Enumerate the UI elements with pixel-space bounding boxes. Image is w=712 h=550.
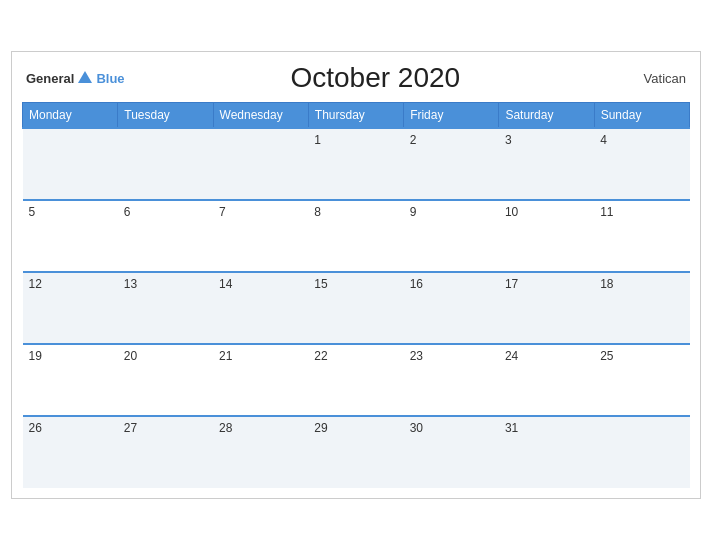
svg-marker-0 — [78, 71, 92, 83]
day-number: 11 — [600, 205, 613, 219]
calendar-day-cell: 20 — [118, 344, 213, 416]
day-number: 22 — [314, 349, 327, 363]
day-number: 10 — [505, 205, 518, 219]
day-number: 23 — [410, 349, 423, 363]
day-number: 16 — [410, 277, 423, 291]
calendar-week-row: 567891011 — [23, 200, 690, 272]
calendar-day-cell: 7 — [213, 200, 308, 272]
calendar-day-cell: 13 — [118, 272, 213, 344]
day-number: 8 — [314, 205, 321, 219]
calendar-day-cell: 6 — [118, 200, 213, 272]
day-number: 29 — [314, 421, 327, 435]
day-number: 26 — [29, 421, 42, 435]
calendar-day-cell: 31 — [499, 416, 594, 488]
day-number: 17 — [505, 277, 518, 291]
calendar-day-cell: 30 — [404, 416, 499, 488]
header-sunday: Sunday — [594, 103, 689, 129]
calendar-day-cell — [23, 128, 118, 200]
calendar-day-cell: 22 — [308, 344, 403, 416]
header-thursday: Thursday — [308, 103, 403, 129]
calendar-day-cell: 21 — [213, 344, 308, 416]
calendar-day-cell: 19 — [23, 344, 118, 416]
calendar-day-cell: 25 — [594, 344, 689, 416]
logo-icon — [76, 69, 94, 87]
day-number: 25 — [600, 349, 613, 363]
header-saturday: Saturday — [499, 103, 594, 129]
day-number: 31 — [505, 421, 518, 435]
calendar-day-cell — [213, 128, 308, 200]
weekday-header-row: Monday Tuesday Wednesday Thursday Friday… — [23, 103, 690, 129]
logo-general-text: General — [26, 71, 74, 86]
calendar-day-cell: 26 — [23, 416, 118, 488]
calendar-day-cell: 14 — [213, 272, 308, 344]
calendar-day-cell: 15 — [308, 272, 403, 344]
day-number: 2 — [410, 133, 417, 147]
calendar-day-cell: 17 — [499, 272, 594, 344]
day-number: 9 — [410, 205, 417, 219]
day-number: 21 — [219, 349, 232, 363]
calendar-week-row: 262728293031 — [23, 416, 690, 488]
calendar-day-cell — [594, 416, 689, 488]
calendar-grid: Monday Tuesday Wednesday Thursday Friday… — [22, 102, 690, 488]
calendar-day-cell: 29 — [308, 416, 403, 488]
header-monday: Monday — [23, 103, 118, 129]
day-number: 12 — [29, 277, 42, 291]
calendar-day-cell: 3 — [499, 128, 594, 200]
calendar-day-cell: 8 — [308, 200, 403, 272]
day-number: 18 — [600, 277, 613, 291]
header-wednesday: Wednesday — [213, 103, 308, 129]
calendar-day-cell: 4 — [594, 128, 689, 200]
calendar-day-cell: 1 — [308, 128, 403, 200]
calendar-region: Vatican — [626, 71, 686, 86]
day-number: 20 — [124, 349, 137, 363]
calendar-day-cell: 16 — [404, 272, 499, 344]
calendar-title: October 2020 — [125, 62, 626, 94]
day-number: 27 — [124, 421, 137, 435]
calendar-day-cell: 2 — [404, 128, 499, 200]
logo-blue-text: Blue — [96, 71, 124, 86]
header-tuesday: Tuesday — [118, 103, 213, 129]
day-number: 28 — [219, 421, 232, 435]
day-number: 6 — [124, 205, 131, 219]
day-number: 19 — [29, 349, 42, 363]
calendar-week-row: 12131415161718 — [23, 272, 690, 344]
day-number: 4 — [600, 133, 607, 147]
calendar-day-cell: 28 — [213, 416, 308, 488]
calendar-day-cell: 12 — [23, 272, 118, 344]
calendar-week-row: 19202122232425 — [23, 344, 690, 416]
logo: General Blue — [26, 69, 125, 87]
day-number: 24 — [505, 349, 518, 363]
day-number: 30 — [410, 421, 423, 435]
calendar-day-cell: 24 — [499, 344, 594, 416]
calendar-container: General Blue October 2020 Vatican Monday… — [11, 51, 701, 499]
day-number: 7 — [219, 205, 226, 219]
calendar-week-row: 1234 — [23, 128, 690, 200]
day-number: 3 — [505, 133, 512, 147]
day-number: 5 — [29, 205, 36, 219]
calendar-day-cell: 5 — [23, 200, 118, 272]
header-friday: Friday — [404, 103, 499, 129]
calendar-day-cell: 10 — [499, 200, 594, 272]
day-number: 15 — [314, 277, 327, 291]
calendar-day-cell: 18 — [594, 272, 689, 344]
calendar-day-cell: 23 — [404, 344, 499, 416]
calendar-day-cell — [118, 128, 213, 200]
calendar-header: General Blue October 2020 Vatican — [22, 62, 690, 94]
calendar-day-cell: 27 — [118, 416, 213, 488]
calendar-day-cell: 11 — [594, 200, 689, 272]
day-number: 13 — [124, 277, 137, 291]
day-number: 14 — [219, 277, 232, 291]
day-number: 1 — [314, 133, 321, 147]
calendar-day-cell: 9 — [404, 200, 499, 272]
